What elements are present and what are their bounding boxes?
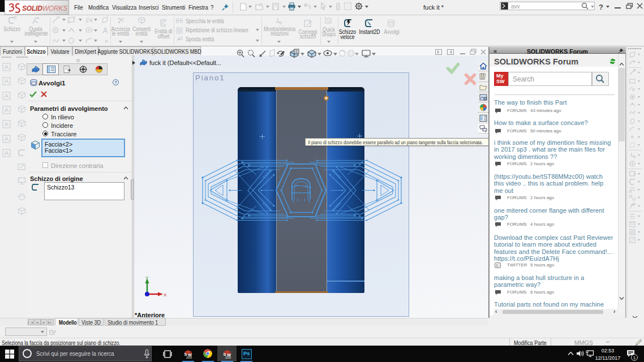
svg-text:X: X xyxy=(164,292,167,298)
svg-text:2016: 2016 xyxy=(225,356,231,359)
svg-text:2016: 2016 xyxy=(186,356,192,359)
svg-text:Y: Y xyxy=(145,275,149,281)
